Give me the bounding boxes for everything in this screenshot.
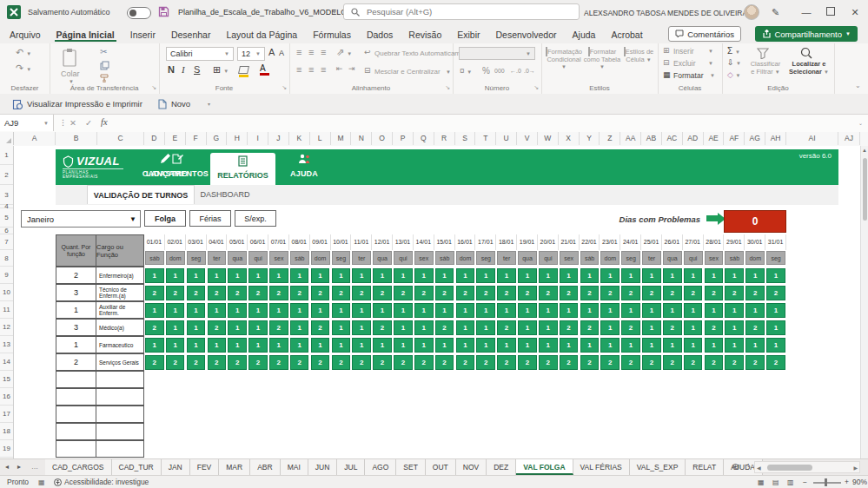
expand-formula-bar-icon[interactable]: ⌄: [858, 120, 863, 126]
row-header-6[interactable]: 6: [0, 228, 13, 234]
column-header-E[interactable]: E: [165, 132, 186, 145]
shift-count-cell[interactable]: 1: [725, 268, 744, 283]
shift-count-cell[interactable]: 1: [187, 268, 206, 283]
column-header-AC[interactable]: AC: [662, 132, 683, 145]
shift-count-cell[interactable]: 2: [745, 286, 765, 300]
shift-count-cell[interactable]: 2: [600, 286, 620, 300]
clear-icon[interactable]: ◇ ▼: [727, 70, 740, 79]
decrease-indent-icon[interactable]: ⇤: [336, 64, 343, 73]
shift-count-cell[interactable]: 2: [248, 286, 268, 300]
column-header-AH[interactable]: AH: [765, 132, 786, 145]
shift-count-cell[interactable]: 1: [166, 338, 185, 353]
borders-icon[interactable]: ⊞ ▼: [213, 64, 229, 76]
shift-count-cell[interactable]: 1: [228, 320, 247, 335]
shift-count-cell[interactable]: 1: [352, 338, 371, 353]
shift-count-cell[interactable]: 1: [414, 268, 434, 283]
shift-count-cell[interactable]: 1: [766, 320, 785, 335]
insert-cells-icon[interactable]: ⊞: [663, 46, 670, 55]
shift-count-cell[interactable]: 1: [414, 338, 434, 353]
zoom-out-icon[interactable]: −: [803, 477, 807, 488]
column-header-R[interactable]: R: [434, 132, 455, 145]
sheet-nav-more-icon[interactable]: …: [31, 459, 38, 475]
merge-center-label[interactable]: Mesclar e Centralizar: [374, 68, 441, 76]
banner-tab-lancamentos[interactable]: LANÇAMENTOS: [146, 152, 209, 178]
save-icon[interactable]: [158, 6, 169, 17]
cut-icon[interactable]: ✂: [100, 47, 107, 56]
shift-count-cell[interactable]: 1: [394, 303, 413, 318]
cargo-cell-empty[interactable]: [96, 423, 144, 440]
enter-icon[interactable]: ✓: [85, 118, 92, 128]
cargo-cell-empty[interactable]: [96, 440, 144, 458]
underline-icon[interactable]: S: [194, 64, 200, 75]
cargo-cell-empty[interactable]: [96, 371, 144, 388]
shift-count-cell[interactable]: 1: [705, 303, 724, 318]
find-select-icon[interactable]: [800, 47, 812, 59]
shift-count-cell[interactable]: 1: [766, 268, 785, 283]
format-as-table-button[interactable]: Formatar como Tabela ▼: [583, 49, 621, 71]
shift-count-cell[interactable]: 2: [373, 320, 392, 335]
shift-count-cell[interactable]: 1: [684, 303, 703, 318]
shift-count-cell[interactable]: 2: [414, 355, 434, 370]
cargo-cell-empty[interactable]: [96, 388, 144, 406]
folga-button[interactable]: Folga: [144, 210, 186, 227]
shift-count-cell[interactable]: 1: [600, 338, 620, 353]
font-color-icon[interactable]: A: [260, 63, 269, 76]
shift-count-cell[interactable]: 1: [248, 338, 268, 353]
percent-style-icon[interactable]: %: [482, 66, 490, 76]
undo-icon[interactable]: ↶ ▼: [16, 47, 31, 58]
shift-count-cell[interactable]: 1: [456, 338, 475, 353]
column-header-AE[interactable]: AE: [704, 132, 725, 145]
shift-count-cell[interactable]: 2: [539, 355, 558, 370]
scroll-left-icon[interactable]: ◀: [757, 465, 761, 471]
shift-count-cell[interactable]: 1: [476, 268, 495, 283]
paste-label[interactable]: Colar: [61, 69, 80, 78]
accessibility-status[interactable]: Acessibilidade: investigue: [64, 477, 149, 488]
shift-count-cell[interactable]: 2: [560, 320, 579, 335]
shift-count-cell[interactable]: 1: [332, 338, 351, 353]
toolbar-options-icon[interactable]: ▾: [208, 101, 210, 107]
restore-button[interactable]: [819, 0, 842, 24]
column-header-AF[interactable]: AF: [724, 132, 745, 145]
cargo-cell-empty[interactable]: [96, 406, 144, 423]
shift-count-cell[interactable]: 1: [456, 303, 475, 318]
menu-tab-arquivo[interactable]: Arquivo: [8, 27, 43, 42]
shift-count-cell[interactable]: 2: [145, 286, 164, 300]
quant-cell-empty[interactable]: [56, 440, 96, 458]
increase-decimal-icon[interactable]: ←.0: [510, 68, 521, 74]
autosave-toggle[interactable]: [127, 7, 151, 19]
shift-count-cell[interactable]: 1: [621, 338, 640, 353]
decrease-decimal-icon[interactable]: .0→: [524, 68, 535, 74]
shift-count-cell[interactable]: 1: [187, 338, 206, 353]
shift-count-cell[interactable]: 2: [187, 286, 206, 300]
banner-tab-ajuda[interactable]: AJUDA: [273, 152, 335, 178]
row-header-12[interactable]: 12: [0, 319, 13, 336]
shift-count-cell[interactable]: 2: [332, 355, 351, 370]
scroll-right-icon[interactable]: ▶: [853, 465, 858, 471]
chevron-down-icon[interactable]: ▼: [332, 10, 337, 15]
shift-count-cell[interactable]: 2: [208, 320, 227, 335]
shift-count-cell[interactable]: 1: [518, 303, 537, 318]
shift-count-cell[interactable]: 2: [311, 355, 330, 370]
shift-count-cell[interactable]: 2: [145, 355, 164, 370]
name-box[interactable]: AJ9 ▼: [0, 115, 54, 131]
shift-count-cell[interactable]: 1: [352, 320, 371, 335]
comments-button[interactable]: Comentários: [668, 26, 741, 42]
shift-count-cell[interactable]: 1: [580, 303, 600, 318]
shift-count-cell[interactable]: 2: [311, 286, 330, 300]
dialog-launcher-icon[interactable]: ↘: [151, 84, 156, 91]
font-name-select[interactable]: Calibri▼: [166, 47, 234, 61]
sheet-tab-relat[interactable]: RELAT: [686, 459, 724, 475]
column-header-Y[interactable]: Y: [580, 132, 600, 145]
shift-count-cell[interactable]: 1: [642, 303, 661, 318]
column-header-AI[interactable]: AI: [786, 132, 838, 145]
shift-count-cell[interactable]: 2: [394, 355, 413, 370]
row-header-5[interactable]: 5: [0, 208, 13, 228]
shift-count-cell[interactable]: 1: [208, 303, 227, 318]
sort-filter-button[interactable]: Classificar e Filtrar ▼: [748, 61, 783, 76]
shift-count-cell[interactable]: 1: [684, 268, 703, 283]
shift-count-cell[interactable]: 1: [766, 303, 785, 318]
row-header-9[interactable]: 9: [0, 267, 13, 284]
shift-count-cell[interactable]: 2: [705, 320, 724, 335]
shift-count-cell[interactable]: 1: [518, 268, 537, 283]
shift-count-cell[interactable]: 1: [621, 268, 640, 283]
